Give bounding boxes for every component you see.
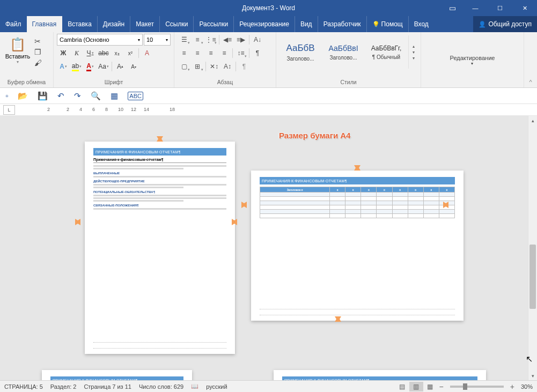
font-color-button[interactable]: A▾: [84, 61, 97, 72]
view-web-button[interactable]: ▦: [423, 382, 437, 391]
show-marks-button[interactable]: ¶: [251, 47, 264, 59]
minimize-button[interactable]: —: [463, 0, 488, 16]
group-font: Cambria (Основно▾ 10▾ Ж К Ч▾ abc x₂ x² A…: [54, 32, 174, 87]
title-bar: Документ3 - Word ▭ — ☐ ✕: [0, 0, 537, 16]
new-icon[interactable]: ▫: [5, 91, 8, 100]
spelling-icon[interactable]: ABC: [128, 92, 143, 100]
copy-icon[interactable]: ❐: [34, 48, 42, 56]
tab-signin[interactable]: Вход: [409, 16, 434, 32]
doc-title: Примечания·к·финансовым·отчетам¶: [93, 158, 226, 163]
maximize-button[interactable]: ☐: [488, 0, 512, 16]
scroll-down-button[interactable]: ▾: [528, 371, 537, 380]
open-icon[interactable]: 📂: [18, 91, 28, 101]
font-family-combo[interactable]: Cambria (Основно▾: [57, 34, 143, 46]
subscript-button[interactable]: x₂: [111, 47, 123, 59]
group-editing: Редактирование ▾: [421, 32, 524, 87]
tab-view[interactable]: Вид: [295, 16, 318, 32]
shading-button[interactable]: ▢▾: [178, 61, 190, 72]
share-button[interactable]: Общий доступ: [473, 16, 537, 32]
view-read-button[interactable]: ▤: [395, 382, 409, 391]
change-case-button[interactable]: Aa▾: [97, 61, 110, 72]
bold-button[interactable]: Ж: [57, 47, 70, 59]
zoom-level[interactable]: 30%: [521, 383, 533, 390]
shrink-font-button[interactable]: A▾: [127, 61, 140, 72]
line-spacing-button[interactable]: ↕≡▾: [234, 47, 247, 59]
format-painter-icon[interactable]: 🖌: [34, 58, 42, 67]
status-page[interactable]: СТРАНИЦА: 5: [4, 383, 43, 390]
bullets-button[interactable]: ☰▾: [178, 34, 190, 46]
page-portrait-next[interactable]: ПРИМЕЧАНИЯ·К·ФИНАНСОВЫМ·ОТЧЕТАМ¶: [42, 370, 192, 380]
page-portrait[interactable]: ПРИМЕЧАНИЯ·К·ФИНАНСОВЫМ·ОТЧЕТАМ¶ Примеча…: [85, 142, 235, 354]
tab-references[interactable]: Ссылки: [160, 16, 194, 32]
scroll-up-button[interactable]: ▴: [528, 116, 537, 125]
status-language[interactable]: русский: [206, 383, 227, 390]
cut-icon[interactable]: ✂: [34, 37, 42, 46]
tab-selector[interactable]: L: [3, 105, 15, 115]
collapse-ribbon-button[interactable]: ^: [524, 32, 537, 87]
tab-home[interactable]: Главная: [27, 16, 63, 32]
group-styles: АаБбВ Заголово... АаБбВвІ Заголово... Аа…: [276, 32, 421, 87]
superscript-button[interactable]: x²: [124, 47, 137, 59]
zoom-slider[interactable]: [450, 386, 504, 388]
page-landscape-next[interactable]: ПРИМЕЧАНИЯ·К·ФИНАНСОВЫМ·ОТЧЕТАМ¶: [274, 370, 486, 380]
tab-insert[interactable]: Вставка: [62, 16, 98, 32]
doc-header2: ПРИМЕЧАНИЯ·К·ФИНАНСОВЫМ·ОТЧЕТАМ¶: [260, 177, 455, 184]
increase-indent-button[interactable]: ≡▶: [234, 34, 247, 46]
group-paragraph: ☰▾ ≡▾ ⋮≡▾ ◀≡ ≡▶ A↓ ≡ ≡ ≡ ≡ ↕≡▾: [174, 32, 276, 87]
redo-icon[interactable]: ↷: [74, 91, 81, 101]
strikethrough-button[interactable]: abc: [97, 47, 110, 59]
grow-font-button[interactable]: A▴: [114, 61, 127, 72]
horizontal-ruler[interactable]: 2 2 4 6 8 10 12 14 18: [31, 105, 526, 115]
numbering-button[interactable]: ≡▾: [191, 34, 204, 46]
clear-formatting-button[interactable]: A: [141, 47, 153, 59]
tab-help[interactable]: Помощ: [367, 16, 409, 32]
sort-button[interactable]: A↓: [251, 34, 264, 46]
status-words[interactable]: Число слов: 629: [139, 383, 183, 390]
paragraph-mark-button[interactable]: ¶: [238, 61, 251, 72]
save-icon[interactable]: 💾: [38, 91, 48, 101]
status-section[interactable]: Раздел: 2: [50, 383, 77, 390]
multilevel-list-button[interactable]: ⋮≡▾: [204, 34, 217, 46]
tab-developer[interactable]: Разработчик: [318, 16, 367, 32]
asian-layout-button[interactable]: ✕↕: [208, 61, 220, 72]
decrease-indent-button[interactable]: ◀≡: [221, 34, 234, 46]
clipboard-icon: 📋: [10, 37, 26, 52]
highlight-button[interactable]: ab▾: [70, 61, 83, 72]
zoom-in-button[interactable]: +: [508, 382, 517, 391]
align-left-button[interactable]: ≡: [178, 47, 190, 59]
tab-file[interactable]: Файл: [0, 16, 27, 32]
tab-review[interactable]: Рецензирование: [234, 16, 295, 32]
ribbon-display-options-icon[interactable]: ▭: [442, 4, 463, 12]
editing-button[interactable]: Редактирование ▾: [450, 55, 495, 66]
view-print-button[interactable]: ▥: [409, 382, 423, 391]
tab-design[interactable]: Дизайн: [98, 16, 130, 32]
status-proofing-icon[interactable]: 📖: [191, 383, 198, 390]
zoom-out-button[interactable]: −: [437, 382, 446, 391]
align-center-button[interactable]: ≡: [191, 47, 204, 59]
table-icon[interactable]: ▦: [111, 91, 118, 101]
tab-mailings[interactable]: Рассылки: [194, 16, 234, 32]
style-heading1[interactable]: АаБбВ Заголово...: [279, 35, 321, 69]
align-right-button[interactable]: ≡: [204, 47, 217, 59]
print-preview-icon[interactable]: 🔍: [91, 91, 101, 101]
font-size-combo[interactable]: 10▾: [144, 34, 171, 46]
styles-more-button[interactable]: ▴▾▾: [408, 35, 418, 69]
page-landscape[interactable]: ПРИМЕЧАНИЯ·К·ФИНАНСОВЫМ·ОТЧЕТАМ¶ Заголов…: [251, 171, 464, 321]
text-effects-button[interactable]: A▾: [57, 61, 70, 72]
italic-button[interactable]: К: [70, 47, 83, 59]
document-canvas[interactable]: Размер бумаги А4 Книжная ориентация лист…: [0, 116, 528, 380]
underline-button[interactable]: Ч▾: [84, 47, 97, 59]
group-label-font: Шрифт: [57, 78, 171, 86]
style-normal[interactable]: АаБбВвГг, ¶ Обычный: [365, 35, 407, 69]
scroll-thumb[interactable]: [529, 245, 536, 309]
justify-button[interactable]: ≡: [218, 47, 231, 59]
status-pageof[interactable]: Страница 7 из 11: [84, 383, 131, 390]
paste-button[interactable]: 📋 Вставить ▾: [3, 34, 32, 64]
close-button[interactable]: ✕: [512, 0, 537, 16]
borders-button[interactable]: ⊞▾: [191, 61, 204, 72]
vertical-scrollbar[interactable]: ▴ ▾: [528, 116, 537, 380]
tab-layout[interactable]: Макет: [130, 16, 160, 32]
undo-icon[interactable]: ↶: [57, 91, 64, 101]
asian-layout2-button[interactable]: A↕: [221, 61, 234, 72]
style-heading2[interactable]: АаБбВвІ Заголово...: [322, 35, 364, 69]
